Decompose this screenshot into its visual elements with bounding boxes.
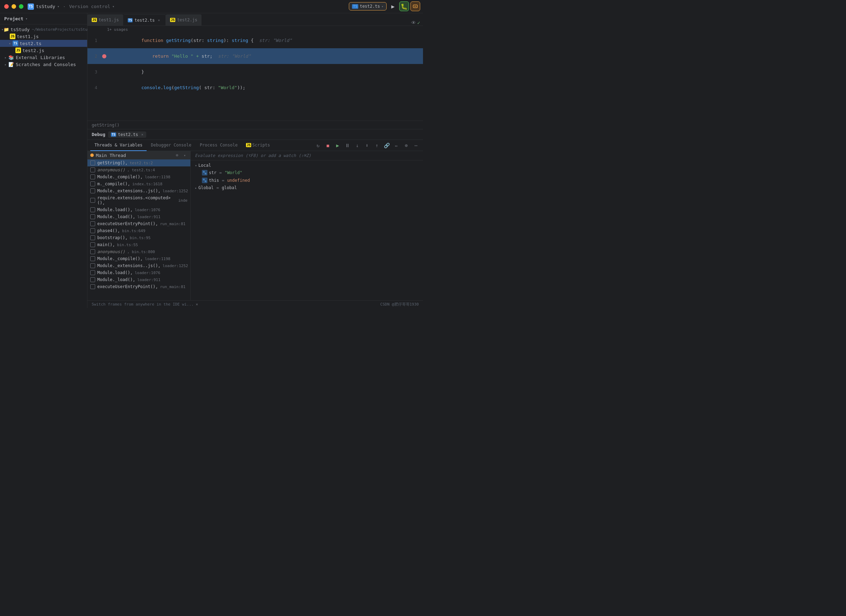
stack-frame-13[interactable]: Module._compile(), loader:1198 — [87, 255, 190, 262]
stack-frame-11[interactable]: main(), bin.ts:55 — [87, 241, 190, 248]
stack-list: getString(), test2.ts:2 anonymous() , te… — [87, 160, 190, 300]
debug-title-bar: Debug TS test2.ts ✕ — [87, 129, 423, 140]
editor-debug-area: JS test1.js TS test2.ts ✕ JS test2.js 👁 — [87, 13, 423, 308]
line-num-1: 1 — [87, 38, 102, 43]
stack-frame-2[interactable]: Module._compile(), loader:1198 — [87, 173, 190, 180]
run-button[interactable]: ▶ — [388, 1, 398, 11]
active-file-btn[interactable]: TS test2.ts ▾ — [349, 2, 387, 10]
tree-item-test2ts[interactable]: ▾ TS test2.ts — [0, 40, 87, 47]
thread-dot — [90, 154, 94, 157]
filter-icon[interactable]: ⊜ — [174, 153, 180, 158]
tree-item-tsstudy[interactable]: ▾ 📁 tsStudy ~/WebstormProjects/tsStudy — [0, 26, 87, 33]
sidebar-arrow: ▾ — [25, 17, 28, 21]
global-section[interactable]: ▸ Global = global — [191, 184, 423, 191]
breadcrumb: getString() — [92, 123, 119, 128]
stack-icon-2 — [90, 175, 95, 179]
stack-frame-17[interactable]: executeUserEntryPoint(), run_main:81 — [87, 283, 190, 290]
stack-frame-4[interactable]: Module._extensions..js(), loader:1252 — [87, 188, 190, 194]
step-over-btn[interactable]: ↓ — [353, 141, 361, 150]
code-editor[interactable]: 1+ usages 1 function getString(str: stri… — [87, 26, 423, 120]
var-str: str = "World" — [191, 169, 423, 176]
watches-btn[interactable]: ✏ — [392, 141, 400, 150]
tab-test2ts[interactable]: TS test2.ts ✕ — [124, 14, 166, 25]
tab-label-test2js: test2.js — [177, 18, 197, 22]
local-section[interactable]: ▾ Local — [191, 162, 423, 169]
add-watch-btn[interactable]: ⊕ — [402, 141, 410, 150]
tab-process-console[interactable]: Process Console — [196, 140, 242, 151]
tree-arrow-scratch: ▸ — [3, 62, 9, 67]
minimize-button[interactable] — [12, 4, 16, 9]
breakpoint[interactable] — [102, 54, 106, 59]
main-layout: Project ▾ ▾ 📁 tsStudy ~/WebstormProjects… — [0, 13, 423, 308]
debug-tabs-bar: Threads & Variables Debugger Console Pro… — [87, 140, 423, 151]
editor-status: getString() — [87, 120, 423, 129]
close-button[interactable] — [4, 4, 9, 9]
app-title: TS tsStudy ▾ · Version control ▾ — [28, 3, 115, 10]
stop-btn[interactable]: ◼ — [324, 141, 332, 150]
threads-panel: Main Thread ⊜ ▾ getString(), test2.ts:2 — [87, 151, 191, 300]
tree-item-test1js[interactable]: JS test1.js — [0, 33, 87, 40]
stack-frame-3[interactable]: m._compile(), index.ts:1618 — [87, 180, 190, 188]
stack-frame-9[interactable]: phase4(), bin.ts:649 — [87, 227, 190, 234]
debug-file-tab[interactable]: TS test2.ts ✕ — [108, 132, 146, 138]
line-content-4: console.log(getString( str: "World")); — [107, 80, 423, 95]
status-close-icon[interactable]: ✕ — [196, 302, 198, 307]
thread-dropdown-icon[interactable]: ▾ — [182, 153, 188, 158]
maximize-button[interactable] — [19, 4, 24, 9]
js-icon-2: JS — [15, 48, 21, 53]
stack-icon-11 — [90, 242, 95, 247]
tab-debugger-console[interactable]: Debugger Console — [147, 140, 196, 151]
version-control[interactable]: Version control — [69, 4, 110, 9]
stack-icon-6 — [90, 207, 95, 212]
status-left: Switch frames from anywhere in the IDE w… — [92, 302, 198, 307]
editor-right-icons: 👁 ✓ — [411, 20, 423, 25]
tree-item-scratches[interactable]: ▸ 📝 Scratches and Consoles — [0, 61, 87, 68]
tree-item-test2js[interactable]: JS test2.js — [0, 47, 87, 54]
stack-frame-0[interactable]: getString(), test2.ts:2 — [87, 160, 190, 166]
stack-frame-14[interactable]: Module._extensions..js(), loader:1252 — [87, 262, 190, 269]
app-icon: TS — [28, 3, 34, 10]
ts-icon: TS — [13, 41, 18, 46]
ext-libs-icon: 📚 — [9, 55, 14, 60]
coverage-button[interactable] — [410, 1, 420, 11]
step-into-btn[interactable]: ⬇ — [363, 141, 371, 150]
tree-path: ~/WebstormProjects/tsStudy — [32, 27, 87, 32]
stack-frame-8[interactable]: executeUserEntryPoint(), run_main:81 — [87, 220, 190, 227]
sidebar-header[interactable]: Project ▾ — [0, 13, 87, 25]
tree-item-ext-libs[interactable]: ▸ 📚 External Libraries — [0, 54, 87, 61]
debug-button[interactable]: 🐛 — [399, 1, 409, 11]
main-thread-item[interactable]: Main Thread ⊜ ▾ — [87, 151, 190, 160]
stack-frame-15[interactable]: Module.load(), loader:1076 — [87, 269, 190, 276]
stack-frame-1[interactable]: anonymous() , test2.ts:4 — [87, 166, 190, 173]
tab-test2js[interactable]: JS test2.js — [166, 14, 202, 25]
stack-frame-10[interactable]: bootstrap(), bin.ts:95 — [87, 234, 190, 241]
debug-panel: Debug TS test2.ts ✕ Threads & Variables … — [87, 129, 423, 300]
debug-tab-close[interactable]: ✕ — [141, 132, 143, 136]
stack-frame-12[interactable]: anonymous() , bin.ts:800 — [87, 248, 190, 255]
rerun-btn[interactable]: ↻ — [314, 141, 322, 150]
tab-close-test2ts[interactable]: ✕ — [156, 18, 161, 23]
stack-icon-4 — [90, 188, 95, 193]
stack-frame-5[interactable]: require.extensions.<computed>(), inde — [87, 194, 190, 206]
tab-scripts[interactable]: JS Scripts — [242, 140, 274, 151]
editor-eye-icon[interactable]: 👁 — [411, 20, 416, 25]
step-out-btn[interactable]: ↑ — [372, 141, 381, 150]
evaluate-btn[interactable]: 🔗 — [383, 141, 391, 150]
app-name[interactable]: tsStudy — [36, 4, 55, 9]
local-label: Local — [199, 163, 211, 168]
tab-test1js[interactable]: JS test1.js — [87, 14, 124, 25]
traffic-lights — [4, 4, 24, 9]
eval-bar[interactable]: Evaluate expression (⌥F8) or add a watch… — [191, 151, 423, 160]
resume-btn[interactable]: ▶ — [333, 141, 342, 150]
variables-panel: Evaluate expression (⌥F8) or add a watch… — [191, 151, 423, 300]
tab-label-test2ts: test2.ts — [134, 18, 154, 23]
more-btn[interactable]: ⋯ — [412, 141, 420, 150]
tab-threads-variables[interactable]: Threads & Variables — [90, 140, 147, 151]
status-right: CSDN @肥仔哥哥1930 — [380, 302, 419, 307]
stack-frame-7[interactable]: Module._load(), loader:911 — [87, 213, 190, 220]
pause-btn[interactable]: ⏸ — [343, 141, 352, 150]
stack-frame-6[interactable]: Module.load(), loader:1076 — [87, 206, 190, 213]
main-thread-label: Main Thread — [96, 153, 172, 158]
stack-frame-16[interactable]: Module._load(), loader:911 — [87, 276, 190, 283]
global-arrow: ▸ — [195, 186, 197, 190]
